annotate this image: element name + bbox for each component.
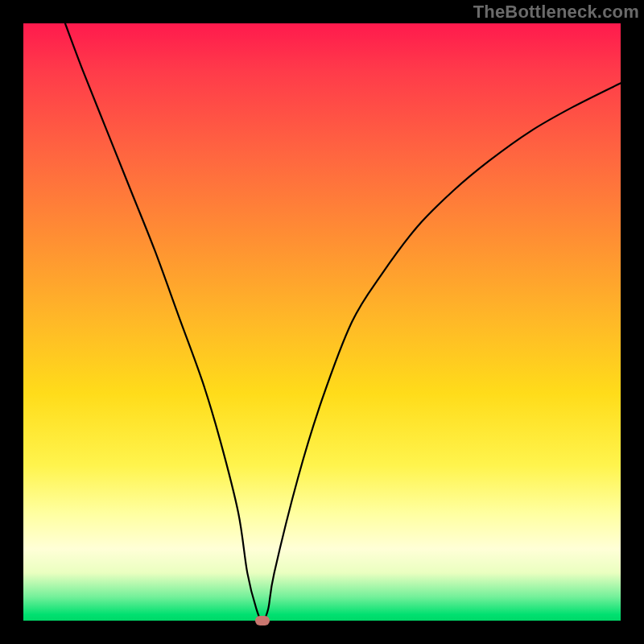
watermark-text: TheBottleneck.com (473, 2, 639, 23)
curve-path (65, 23, 621, 621)
optimum-marker (255, 616, 270, 625)
chart-frame: TheBottleneck.com (0, 0, 644, 644)
plot-area (23, 23, 621, 621)
bottleneck-curve (23, 23, 621, 621)
